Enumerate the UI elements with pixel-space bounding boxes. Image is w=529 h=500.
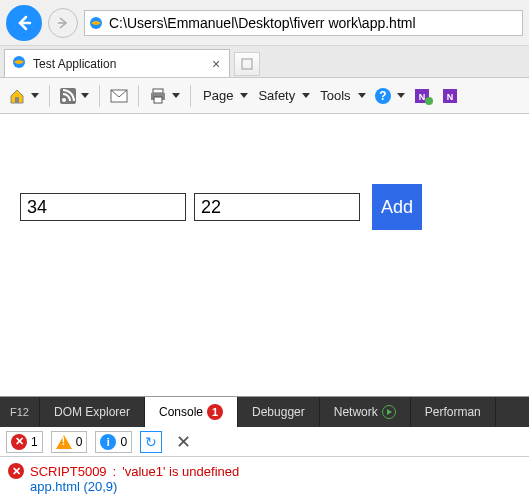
svg-text:N: N: [446, 92, 453, 102]
svg-text:N: N: [418, 92, 425, 102]
rss-icon: [60, 88, 76, 104]
error-icon: ✕: [11, 434, 27, 450]
url-text: C:\Users\Emmanuel\Desktop\fiverr work\ap…: [107, 15, 522, 31]
print-icon: [149, 88, 167, 104]
add-button[interactable]: Add: [372, 184, 422, 230]
tab-bar: Test Application ×: [0, 46, 529, 78]
page-dropdown-icon: [240, 93, 248, 98]
clear-on-navigate-button[interactable]: ↻: [140, 431, 162, 453]
input-value1[interactable]: [20, 193, 186, 221]
navigation-bar: C:\Users\Emmanuel\Desktop\fiverr work\ap…: [0, 0, 529, 46]
home-dropdown-icon: [31, 93, 39, 98]
refresh-icon: ↻: [145, 434, 157, 450]
home-icon: [8, 87, 26, 105]
tab-network[interactable]: Network: [320, 397, 411, 427]
error-filter[interactable]: ✕ 1: [6, 431, 43, 453]
feeds-button[interactable]: [60, 78, 89, 113]
svg-text:?: ?: [379, 89, 386, 103]
help-button[interactable]: ?: [374, 78, 405, 113]
input-value2[interactable]: [194, 193, 360, 221]
devtools-panel: F12 DOM Explorer Console 1 Debugger Netw…: [0, 396, 529, 500]
f12-label: F12: [0, 397, 40, 427]
onenote-button[interactable]: N: [441, 78, 459, 113]
back-arrow-icon: [14, 13, 34, 33]
print-button[interactable]: [149, 78, 180, 113]
network-record-icon: [382, 405, 396, 419]
clear-console-button[interactable]: ✕: [170, 431, 197, 453]
command-toolbar: Page Safety Tools ? N N: [0, 78, 529, 114]
tab-close-button[interactable]: ×: [209, 57, 223, 71]
new-tab-button[interactable]: [234, 52, 260, 76]
devtools-tabs: F12 DOM Explorer Console 1 Debugger Netw…: [0, 397, 529, 427]
feeds-dropdown-icon: [81, 93, 89, 98]
svg-rect-9: [154, 97, 162, 103]
mail-button[interactable]: [110, 78, 128, 113]
console-error-badge: 1: [207, 404, 223, 420]
ie-page-icon: [85, 15, 107, 31]
warning-filter[interactable]: 0: [51, 431, 88, 453]
mail-icon: [110, 89, 128, 103]
tools-dropdown-icon: [358, 93, 366, 98]
help-icon: ?: [374, 87, 392, 105]
warning-icon: [56, 435, 72, 449]
safety-dropdown-icon: [302, 93, 310, 98]
page-content: Add: [0, 114, 529, 300]
svg-rect-2: [242, 59, 252, 69]
help-dropdown-icon: [397, 93, 405, 98]
info-icon: i: [100, 434, 116, 450]
address-bar[interactable]: C:\Users\Emmanuel\Desktop\fiverr work\ap…: [84, 10, 523, 36]
svg-point-14: [425, 97, 433, 105]
forward-button[interactable]: [48, 8, 78, 38]
tab-title: Test Application: [33, 57, 203, 71]
onenote-linked-icon: N: [413, 87, 433, 105]
back-button[interactable]: [6, 5, 42, 41]
tab-debugger[interactable]: Debugger: [238, 397, 320, 427]
home-button[interactable]: [8, 78, 39, 113]
menu-tools[interactable]: Tools: [318, 78, 365, 113]
error-icon: ✕: [8, 463, 24, 479]
print-dropdown-icon: [172, 93, 180, 98]
forward-arrow-icon: [55, 15, 71, 31]
tab-performance[interactable]: Performan: [411, 397, 496, 427]
console-output: ✕ SCRIPT5009: 'value1' is undefined app.…: [0, 457, 529, 500]
svg-point-5: [62, 98, 66, 102]
svg-rect-7: [153, 89, 163, 93]
menu-page[interactable]: Page: [201, 78, 248, 113]
console-error-line[interactable]: ✕ SCRIPT5009: 'value1' is undefined: [8, 463, 521, 479]
svg-rect-3: [15, 97, 19, 103]
tab-dom-explorer[interactable]: DOM Explorer: [40, 397, 145, 427]
tab-console[interactable]: Console 1: [145, 397, 238, 427]
ie-favicon-icon: [11, 54, 27, 73]
console-toolbar: ✕ 1 0 i 0 ↻ ✕: [0, 427, 529, 457]
info-filter[interactable]: i 0: [95, 431, 132, 453]
onenote-icon: N: [441, 87, 459, 105]
tab-active[interactable]: Test Application ×: [4, 49, 230, 77]
onenote-linked-button[interactable]: N: [413, 78, 433, 113]
close-icon: ✕: [176, 432, 191, 452]
console-error-location[interactable]: app.html (20,9): [8, 479, 521, 494]
menu-safety[interactable]: Safety: [256, 78, 310, 113]
new-tab-icon: [240, 57, 254, 71]
